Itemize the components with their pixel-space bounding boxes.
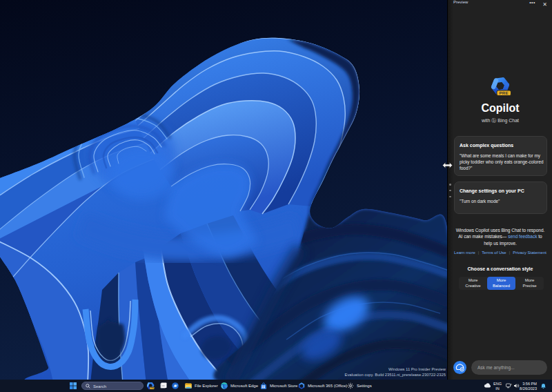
svg-text:PRE: PRE	[150, 386, 154, 389]
svg-text:PRE: PRE	[499, 91, 509, 95]
svg-text:?: ?	[511, 383, 513, 386]
